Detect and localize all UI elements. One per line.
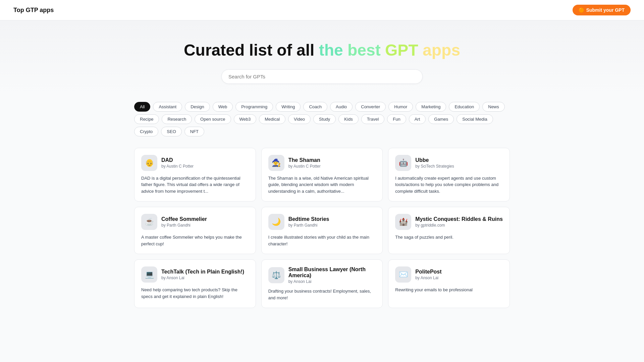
card-avatar-6: 💻 <box>141 266 157 283</box>
filter-chip-kids[interactable]: Kids <box>338 114 358 124</box>
card-avatar-3: ☕ <box>141 214 157 230</box>
card-author-5: by gptriddle.com <box>415 223 502 228</box>
card-author-3: by Parth Gandhi <box>161 223 207 228</box>
filter-chip-travel[interactable]: Travel <box>361 114 385 124</box>
filter-chip-web3[interactable]: Web3 <box>234 114 257 124</box>
card-1[interactable]: 🧙 The Shaman by Austin C Potter The Sham… <box>261 148 383 202</box>
card-desc-6: Need help comparing two tech products? S… <box>141 287 249 300</box>
card-title-0: DAD <box>161 157 194 163</box>
hero-title-the: the <box>319 41 347 59</box>
card-5[interactable]: 🏰 Mystic Conquest: Riddles & Ruins by gp… <box>388 207 510 254</box>
card-author-8: by Anson Lai <box>415 276 441 280</box>
card-avatar-7: ⚖️ <box>268 267 284 283</box>
card-desc-4: I create illustrated stories with your c… <box>268 234 376 247</box>
filter-chip-open-source[interactable]: Open source <box>195 114 231 124</box>
card-title-6: TechTalk (Tech in Plain English!) <box>161 269 244 275</box>
card-author-7: by Anson Lai <box>288 279 376 284</box>
card-author-6: by Anson Lai <box>161 276 244 280</box>
filter-chip-seo[interactable]: SEO <box>161 127 181 136</box>
card-6[interactable]: 💻 TechTalk (Tech in Plain English!) by A… <box>134 259 256 308</box>
card-7[interactable]: ⚖️ Small Business Lawyer (North America)… <box>261 259 383 308</box>
filter-chips: AllAssistantDesignWebProgrammingWritingC… <box>121 94 523 140</box>
card-3[interactable]: ☕ Coffee Sommelier by Parth Gandhi A mas… <box>134 207 256 254</box>
card-header-5: 🏰 Mystic Conquest: Riddles & Ruins by gp… <box>395 214 503 230</box>
card-avatar-5: 🏰 <box>395 214 411 230</box>
card-header-0: 👴 DAD by Austin C Potter <box>141 155 249 171</box>
filter-chip-education[interactable]: Education <box>449 102 480 112</box>
cards-grid: 👴 DAD by Austin C Potter DAD is a digita… <box>134 148 510 308</box>
hero-section: Curated list of all the best GPT apps <box>0 20 644 94</box>
filter-chip-nft[interactable]: NFT <box>184 127 204 136</box>
filter-chip-news[interactable]: News <box>482 102 505 112</box>
filter-chip-audio[interactable]: Audio <box>330 102 353 112</box>
card-0[interactable]: 👴 DAD by Austin C Potter DAD is a digita… <box>134 148 256 202</box>
card-desc-0: DAD is a digital personification of the … <box>141 175 249 195</box>
card-header-2: 🤖 Ubbe by SciTech Strategies <box>395 155 503 171</box>
card-desc-1: The Shaman is a wise, old Native America… <box>268 175 376 195</box>
filter-chip-marketing[interactable]: Marketing <box>416 102 446 112</box>
card-title-8: PolitePost <box>415 269 441 275</box>
card-title-4: Bedtime Stories <box>288 216 329 222</box>
card-2[interactable]: 🤖 Ubbe by SciTech Strategies I automatic… <box>388 148 510 202</box>
card-author-0: by Austin C Potter <box>161 164 194 169</box>
card-avatar-4: 🌙 <box>268 214 284 230</box>
filter-chip-crypto[interactable]: Crypto <box>134 127 158 136</box>
cards-section: 👴 DAD by Austin C Potter DAD is a digita… <box>121 148 523 308</box>
card-header-8: ✉️ PolitePost by Anson Lai <box>395 266 503 283</box>
filter-chip-humor[interactable]: Humor <box>388 102 413 112</box>
filter-chip-social-media[interactable]: Social Media <box>457 114 493 124</box>
card-header-1: 🧙 The Shaman by Austin C Potter <box>268 155 376 171</box>
filter-chip-games[interactable]: Games <box>428 114 454 124</box>
filter-chip-design[interactable]: Design <box>185 102 210 112</box>
card-4[interactable]: 🌙 Bedtime Stories by Parth Gandhi I crea… <box>261 207 383 254</box>
hero-title-best: best <box>347 41 385 59</box>
filter-chip-recipe[interactable]: Recipe <box>134 114 159 124</box>
filter-chip-video[interactable]: Video <box>288 114 311 124</box>
filter-chip-assistant[interactable]: Assistant <box>153 102 182 112</box>
card-avatar-8: ✉️ <box>395 266 411 283</box>
card-title-5: Mystic Conquest: Riddles & Ruins <box>415 216 502 222</box>
filter-chip-fun[interactable]: Fun <box>387 114 406 124</box>
card-header-6: 💻 TechTalk (Tech in Plain English!) by A… <box>141 266 249 283</box>
card-header-3: ☕ Coffee Sommelier by Parth Gandhi <box>141 214 249 230</box>
search-input[interactable] <box>221 69 423 84</box>
card-header-7: ⚖️ Small Business Lawyer (North America)… <box>268 266 376 284</box>
hero-title-gpt: GPT <box>385 41 423 59</box>
card-avatar-1: 🧙 <box>268 155 284 171</box>
filter-chip-coach[interactable]: Coach <box>303 102 327 112</box>
filter-chip-medical[interactable]: Medical <box>259 114 285 124</box>
card-header-4: 🌙 Bedtime Stories by Parth Gandhi <box>268 214 376 230</box>
hero-title-static: Curated list of all <box>184 41 319 59</box>
card-8[interactable]: ✉️ PolitePost by Anson Lai Rewriting you… <box>388 259 510 308</box>
filter-chip-research[interactable]: Research <box>162 114 192 124</box>
card-title-7: Small Business Lawyer (North America) <box>288 266 376 279</box>
search-wrap <box>7 69 637 84</box>
filter-chip-programming[interactable]: Programming <box>235 102 273 112</box>
card-avatar-2: 🤖 <box>395 155 411 171</box>
filter-chip-converter[interactable]: Converter <box>355 102 386 112</box>
filter-chip-writing[interactable]: Writing <box>276 102 301 112</box>
card-author-4: by Parth Gandhi <box>288 223 329 228</box>
fire-icon: 🟠 <box>579 7 584 13</box>
nav-logo: Top GTP apps <box>13 7 54 14</box>
card-desc-2: I automatically create expert agents and… <box>395 175 503 195</box>
card-desc-8: Rewriting your emails to be professional <box>395 287 503 293</box>
filter-chip-art[interactable]: Art <box>409 114 426 124</box>
card-desc-3: A master coffee Sommelier who helps you … <box>141 234 249 247</box>
card-author-2: by SciTech Strategies <box>415 164 454 169</box>
card-title-1: The Shaman <box>288 157 321 163</box>
card-author-1: by Austin C Potter <box>288 164 321 169</box>
card-title-3: Coffee Sommelier <box>161 216 207 222</box>
card-desc-7: Drafting your business contracts! Employ… <box>268 288 376 301</box>
filter-chip-web[interactable]: Web <box>213 102 233 112</box>
card-desc-5: The saga of puzzles and peril. <box>395 234 503 241</box>
hero-title: Curated list of all the best GPT apps <box>7 41 637 60</box>
card-avatar-0: 👴 <box>141 155 157 171</box>
filter-chip-study[interactable]: Study <box>313 114 336 124</box>
hero-title-apps: apps <box>423 41 460 59</box>
filter-chip-all[interactable]: All <box>134 102 150 112</box>
submit-gpt-button[interactable]: 🟠 Submit your GPT <box>573 5 631 15</box>
submit-label: Submit your GPT <box>586 7 625 13</box>
card-title-2: Ubbe <box>415 157 454 163</box>
